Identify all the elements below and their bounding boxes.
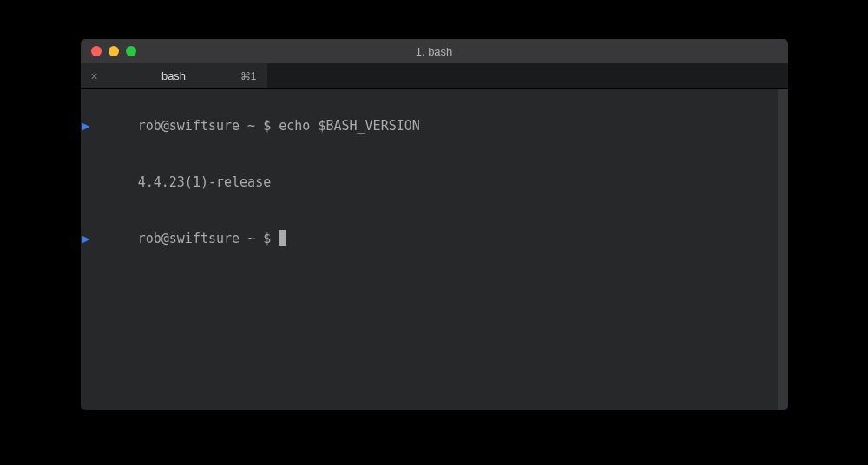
terminal-line: 4.4.23(1)-release	[91, 154, 778, 211]
prompt-marker-icon: ▶	[82, 230, 90, 249]
terminal-body[interactable]: ▶rob@swiftsure ~ $ echo $BASH_VERSION 4.…	[81, 89, 788, 410]
maximize-icon[interactable]	[126, 46, 136, 56]
close-icon[interactable]	[91, 46, 102, 56]
output-text: 4.4.23(1)-release	[138, 174, 272, 190]
tab-shortcut: ⌘1	[240, 70, 257, 82]
traffic-lights	[91, 46, 136, 56]
scrollbar[interactable]	[778, 89, 788, 410]
terminal-window: 1. bash × bash ⌘1 ▶rob@swiftsure ~ $ ech…	[81, 39, 788, 410]
cursor-icon	[279, 230, 286, 246]
command-text: echo $BASH_VERSION	[279, 118, 420, 134]
tab-title: bash	[161, 69, 186, 82]
prompt-marker-icon: ▶	[82, 117, 90, 136]
tab-bash[interactable]: × bash ⌘1	[81, 63, 267, 88]
prompt-text: rob@swiftsure ~ $	[138, 118, 279, 134]
titlebar[interactable]: 1. bash	[81, 39, 788, 63]
minimize-icon[interactable]	[108, 46, 119, 56]
window-title: 1. bash	[416, 45, 453, 58]
tab-close-icon[interactable]: ×	[91, 69, 98, 83]
tab-bar: × bash ⌘1	[81, 63, 788, 89]
terminal-line: ▶rob@swiftsure ~ $	[91, 212, 778, 268]
terminal-line: ▶rob@swiftsure ~ $ echo $BASH_VERSION	[91, 98, 778, 154]
prompt-text: rob@swiftsure ~ $	[138, 231, 279, 246]
